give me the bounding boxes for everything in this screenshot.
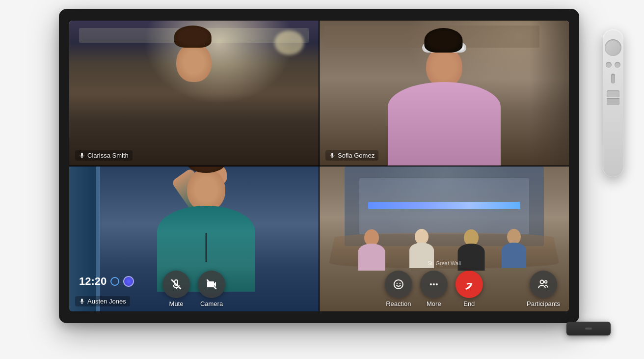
office-door <box>530 21 569 166</box>
remote-siri-button[interactable] <box>611 74 615 83</box>
participants-icon <box>537 278 549 290</box>
clarissa-body <box>140 77 248 166</box>
austen-head <box>187 168 225 211</box>
subtitle: St. Great Wall <box>428 260 461 266</box>
svg-rect-3 <box>331 153 333 156</box>
end-icon <box>463 278 475 290</box>
more-button[interactable] <box>420 271 448 298</box>
indicator-siri <box>123 276 134 287</box>
apple-tv-display: Clarissa Smith <box>59 9 579 323</box>
svg-point-17 <box>540 280 544 284</box>
svg-point-13 <box>400 283 401 284</box>
camera-label: Camera <box>200 300 223 307</box>
end-control[interactable]: End <box>453 271 486 307</box>
svg-point-11 <box>394 280 403 289</box>
remote-tv-button[interactable] <box>615 62 620 68</box>
remote-volume-up[interactable] <box>607 90 619 97</box>
video-panel-top-right: Sofia Gomez <box>320 21 569 166</box>
clarissa-name: Clarissa Smith <box>87 152 129 159</box>
participants-button[interactable] <box>530 271 557 298</box>
camera-control[interactable]: Camera <box>195 271 228 307</box>
svg-point-12 <box>397 283 398 284</box>
medical-curtain <box>69 166 99 311</box>
reaction-label: Reaction <box>386 300 411 307</box>
svg-rect-6 <box>81 299 83 302</box>
clock-time: 12:20 <box>79 275 107 288</box>
conf-person-4 <box>499 226 529 268</box>
mute-button[interactable] <box>162 271 190 298</box>
participants-label: Participants <box>527 300 560 307</box>
indicator-facetime <box>110 277 119 286</box>
mic-icon-sofia <box>329 153 335 159</box>
scene: Clarissa Smith <box>0 0 644 359</box>
svg-rect-0 <box>81 153 83 156</box>
tv-screen: Clarissa Smith <box>69 21 569 311</box>
conf-body-1 <box>358 244 385 271</box>
end-button[interactable] <box>456 271 483 298</box>
remote-volume-down[interactable] <box>607 98 619 105</box>
conf-person-3 <box>456 226 486 271</box>
sofia-hair <box>424 28 462 53</box>
mic-icon-austen <box>79 299 85 304</box>
screen-bar1 <box>368 202 521 209</box>
mic-icon-clarissa <box>79 153 85 159</box>
video-panel-top-left: Clarissa Smith <box>69 21 319 166</box>
lamp-light <box>274 30 304 55</box>
camera-button[interactable] <box>198 271 225 298</box>
conf-person-1 <box>357 226 386 271</box>
more-label: More <box>427 300 441 307</box>
svg-point-14 <box>430 283 432 285</box>
sofia-head <box>426 47 462 87</box>
svg-point-16 <box>436 283 438 285</box>
stethoscope <box>206 233 207 262</box>
apple-tv-box <box>566 322 611 335</box>
end-label: End <box>463 300 475 307</box>
mute-control[interactable]: Mute <box>160 271 193 307</box>
time-display: 12:20 <box>79 275 134 288</box>
conf-body-4 <box>502 243 526 268</box>
clarissa-hair <box>174 26 212 48</box>
controls-container: Mute Camera <box>160 271 228 307</box>
camera-icon <box>206 278 217 290</box>
sofia-name: Sofia Gomez <box>338 152 375 159</box>
svg-point-15 <box>433 283 435 285</box>
participants-control[interactable]: Participants <box>527 271 560 307</box>
name-label-austen: Austen Jones <box>75 296 130 306</box>
svg-point-18 <box>545 281 547 283</box>
sofia-body <box>388 82 501 166</box>
mute-label: Mute <box>169 300 184 307</box>
subtitle-text: St. Great Wall <box>428 260 461 266</box>
remote-menu-button[interactable] <box>606 62 612 68</box>
reaction-button[interactable] <box>385 271 412 298</box>
remote-clickpad[interactable] <box>605 39 621 56</box>
name-label-clarissa: Clarissa Smith <box>75 150 133 161</box>
conf-body-3 <box>458 244 485 271</box>
more-icon <box>428 278 440 290</box>
video-panel-bottom-left: 12:20 <box>69 166 319 311</box>
main-controls: Reaction More <box>382 271 486 307</box>
reaction-icon <box>393 278 404 290</box>
name-label-sofia: Sofia Gomez <box>325 150 378 161</box>
curtain-edge <box>96 166 100 311</box>
reaction-control[interactable]: Reaction <box>382 271 415 307</box>
more-control[interactable]: More <box>417 271 451 307</box>
mute-icon <box>170 278 182 290</box>
siri-remote <box>603 29 623 177</box>
video-panel-bottom-right: Reaction More <box>320 166 569 311</box>
clarissa-head <box>176 43 212 82</box>
austen-name: Austen Jones <box>87 298 126 305</box>
